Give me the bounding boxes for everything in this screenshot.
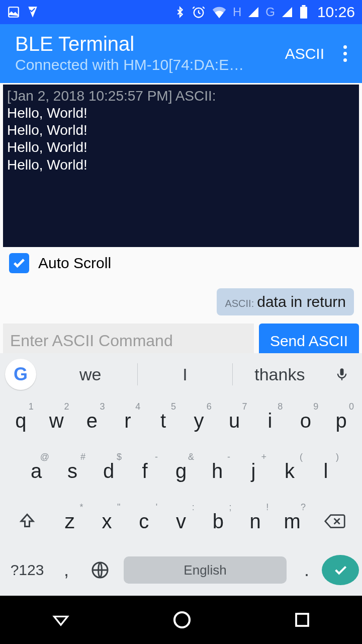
suggestion-row: G we I thanks: [0, 353, 362, 395]
bubble-text: data in return: [257, 293, 346, 310]
mic-icon[interactable]: [327, 365, 357, 383]
sent-message-row: ASCII: data in return: [0, 276, 362, 319]
google-icon[interactable]: G: [5, 359, 36, 390]
status-bar: H G 10:26: [0, 0, 362, 24]
key-n[interactable]: n!: [238, 500, 273, 542]
key-e[interactable]: e3: [75, 399, 109, 442]
overflow-menu-icon[interactable]: [338, 40, 352, 67]
app-title: BLE Terminal: [15, 33, 279, 55]
command-input-row: Send ASCII: [0, 319, 362, 358]
auto-scroll-checkbox[interactable]: [9, 253, 29, 273]
key-b[interactable]: b;: [201, 500, 236, 542]
sent-message-bubble[interactable]: ASCII: data in return: [217, 288, 354, 315]
period-key[interactable]: .: [292, 551, 322, 589]
terminal-line: Hello, World!: [7, 122, 355, 139]
key-d[interactable]: d$: [92, 450, 126, 492]
key-z[interactable]: z*: [52, 500, 87, 542]
key-m[interactable]: m?: [275, 500, 310, 542]
key-f[interactable]: f-: [128, 450, 162, 492]
key-p[interactable]: p0: [324, 399, 358, 442]
enter-key[interactable]: [322, 555, 359, 585]
status-time: 10:26: [317, 4, 355, 21]
suggestion[interactable]: we: [43, 365, 137, 384]
bluetooth-icon: [174, 6, 186, 19]
bubble-prefix: ASCII:: [225, 298, 254, 309]
comma-key[interactable]: ,: [51, 551, 81, 589]
svg-rect-2: [300, 7, 307, 19]
key-s[interactable]: s#: [55, 450, 89, 492]
suggestion[interactable]: I: [138, 365, 232, 384]
svg-rect-7: [296, 614, 308, 626]
terminal-line: Hello, World!: [7, 105, 355, 122]
battery-icon: [299, 5, 308, 19]
mode-button[interactable]: ASCII: [285, 45, 324, 62]
symbols-key[interactable]: ?123: [3, 551, 51, 589]
app-bar: BLE Terminal Connected with HM-10[74:DA:…: [0, 24, 362, 83]
svg-rect-4: [340, 368, 343, 375]
key-x[interactable]: x": [89, 500, 125, 542]
auto-scroll-label: Auto Scroll: [38, 255, 111, 272]
signal-icon-2: [281, 6, 293, 18]
android-nav-bar: [0, 596, 362, 644]
terminal-output[interactable]: [Jan 2, 2018 10:25:57 PM] ASCII: Hello, …: [3, 85, 359, 247]
keyboard: G we I thanks q1w2e3r4t5y6u7i8o9p0 a@s#d…: [0, 353, 362, 596]
key-i[interactable]: i8: [253, 399, 287, 442]
home-button[interactable]: [172, 610, 192, 630]
network-g-label: G: [265, 5, 275, 19]
svg-point-6: [174, 612, 190, 627]
backspace-key[interactable]: [311, 500, 359, 542]
signal-icon: [247, 6, 259, 18]
globe-key[interactable]: [81, 551, 119, 589]
key-q[interactable]: q1: [4, 399, 38, 442]
svg-rect-3: [302, 5, 305, 7]
key-a[interactable]: a@: [19, 450, 53, 492]
key-l[interactable]: l): [309, 450, 343, 492]
check-app-icon: [26, 6, 39, 19]
shift-key[interactable]: [3, 500, 51, 542]
key-c[interactable]: c': [126, 500, 161, 542]
terminal-line: Hello, World!: [7, 156, 355, 174]
key-y[interactable]: y6: [182, 399, 216, 442]
key-r[interactable]: r4: [111, 399, 144, 442]
key-g[interactable]: g&: [164, 450, 198, 492]
alarm-icon: [192, 5, 206, 19]
image-icon: [7, 6, 20, 19]
terminal-line: Hello, World!: [7, 139, 355, 156]
key-v[interactable]: v:: [163, 500, 199, 542]
app-subtitle: Connected with HM-10[74:DA:E…: [15, 55, 279, 74]
terminal-timestamp: [Jan 2, 2018 10:25:57 PM] ASCII:: [7, 88, 355, 105]
key-j[interactable]: j+: [236, 450, 270, 492]
key-o[interactable]: o9: [289, 399, 322, 442]
spacebar[interactable]: English: [124, 556, 287, 584]
wifi-icon: [212, 6, 227, 18]
key-h[interactable]: h-: [200, 450, 234, 492]
auto-scroll-row: Auto Scroll: [0, 247, 362, 276]
key-t[interactable]: t5: [146, 399, 180, 442]
network-h-label: H: [233, 5, 241, 19]
recents-button[interactable]: [293, 611, 311, 629]
back-button[interactable]: [51, 610, 71, 630]
key-u[interactable]: u7: [218, 399, 251, 442]
key-k[interactable]: k(: [273, 450, 307, 492]
key-w[interactable]: w2: [40, 399, 73, 442]
suggestion[interactable]: thanks: [233, 365, 327, 384]
